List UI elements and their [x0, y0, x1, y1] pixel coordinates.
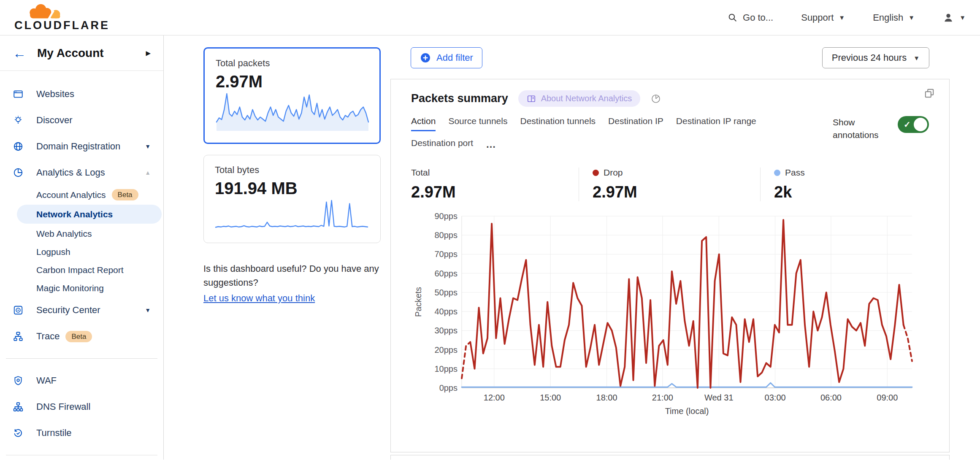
sidebar-item-waf[interactable]: WAF	[0, 368, 163, 394]
sidebar-item-trace[interactable]: Trace Beta	[0, 323, 163, 349]
sidebar-item-web-analytics[interactable]: Web Analytics	[0, 225, 163, 243]
annotations-toggle[interactable]: ✓	[898, 116, 929, 133]
cloudflare-logo[interactable]: CLOUDFLARE	[14, 3, 92, 32]
summary-column: Total packets 2.97M Total bytes 191.94 M…	[164, 35, 390, 460]
sidebar-divider	[6, 358, 157, 359]
beta-badge: Beta	[65, 331, 92, 342]
about-badge-label: About Network Analytics	[541, 94, 632, 103]
show-annotations-control: Show annotations ✓	[833, 116, 929, 153]
sidebar-item-label: Logpush	[36, 247, 70, 257]
sidebar-item-dns-firewall[interactable]: DNS Firewall	[0, 394, 163, 420]
line-chart[interactable]: 0pps10pps20pps30pps40pps50pps60pps70pps8…	[411, 211, 930, 422]
cloudflare-wordmark: CLOUDFLARE	[14, 19, 110, 32]
sidebar-item-label: Carbon Impact Report	[36, 265, 124, 275]
globe-icon	[13, 141, 24, 152]
tab-source-tunnels[interactable]: Source tunnels	[448, 116, 507, 131]
check-icon: ✓	[904, 119, 911, 130]
sidebar-item-label: Web Analytics	[36, 229, 92, 239]
svg-text:50pps: 50pps	[435, 288, 458, 297]
plus-circle-icon	[420, 52, 431, 63]
stat-total: Total 2.97M	[411, 168, 579, 201]
tab-more-ellipsis[interactable]: …	[486, 138, 496, 153]
sidebar-item-label: Discover	[36, 115, 151, 126]
sidebar-item-label: Turnstile	[36, 428, 151, 438]
sidebar-item-label: Trace	[36, 331, 60, 342]
sidebar-item-label: Account Analytics	[36, 190, 106, 200]
pie-chart-toggle-icon[interactable]	[650, 93, 661, 104]
show-annotations-label: Show annotations	[833, 116, 886, 142]
tab-destination-ip[interactable]: Destination IP	[608, 116, 663, 131]
chevron-down-icon: ▼	[959, 14, 966, 21]
stat-drop: Drop 2.97M	[579, 168, 760, 201]
svg-text:Wed 31: Wed 31	[704, 393, 734, 402]
goto-search[interactable]: Go to...	[727, 12, 773, 23]
svg-text:20pps: 20pps	[435, 345, 458, 354]
lightbulb-icon	[13, 115, 24, 126]
sidebar-item-carbon-impact-report[interactable]: Carbon Impact Report	[0, 261, 163, 279]
add-filter-button[interactable]: Add filter	[411, 47, 482, 68]
feedback-link[interactable]: Let us know what you think	[203, 291, 315, 305]
stat-value: 2.97M	[593, 183, 747, 201]
sidebar-item-network-analytics[interactable]: Network Analytics	[17, 205, 162, 224]
svg-text:40pps: 40pps	[435, 307, 458, 316]
back-arrow-icon[interactable]: ←	[13, 46, 26, 60]
stat-value: 2k	[774, 183, 805, 201]
app-header: CLOUDFLARE Go to... Support ▼ English ▼ …	[0, 0, 980, 35]
sidebar-item-label: Domain Registration	[36, 141, 145, 152]
sidebar-item-logpush[interactable]: Logpush	[0, 243, 163, 261]
tabs-row: Action Source tunnels Destination tunnel…	[411, 116, 929, 153]
sidebar-item-label: DNS Firewall	[36, 401, 151, 412]
tab-action[interactable]: Action	[411, 116, 436, 131]
sidebar-item-magic-monitoring[interactable]: Magic Monitoring	[0, 279, 163, 297]
sidebar-item-domain-registration[interactable]: Domain Registration ▼	[0, 133, 163, 160]
total-packets-card[interactable]: Total packets 2.97M	[203, 47, 381, 144]
network-tree-icon	[13, 401, 24, 412]
toggle-knob	[914, 118, 927, 131]
svg-text:Time (local): Time (local)	[665, 406, 709, 416]
svg-text:15:00: 15:00	[540, 393, 561, 402]
sidebar-item-websites[interactable]: Websites	[0, 81, 163, 107]
packets-summary-panel: Packets summary About Network Analytics	[390, 79, 950, 452]
svg-text:12:00: 12:00	[484, 393, 505, 402]
about-network-analytics-badge[interactable]: About Network Analytics	[518, 90, 641, 107]
stat-label: Pass	[785, 168, 805, 178]
sidebar-item-security-center[interactable]: Security Center ▼	[0, 297, 163, 323]
sidebar-item-discover[interactable]: Discover	[0, 107, 163, 133]
svg-text:10pps: 10pps	[435, 364, 458, 373]
support-menu[interactable]: Support ▼	[801, 12, 845, 23]
language-label: English	[873, 12, 903, 23]
time-range-select[interactable]: Previous 24 hours ▼	[822, 47, 929, 68]
browser-icon	[13, 89, 24, 100]
stat-pass: Pass 2k	[760, 168, 818, 201]
sidebar-item-account-analytics[interactable]: Account Analytics Beta	[0, 186, 163, 204]
sidebar-item-turnstile[interactable]: Turnstile	[0, 420, 163, 446]
svg-text:09:00: 09:00	[877, 393, 898, 402]
account-menu[interactable]: ▼	[942, 12, 966, 24]
user-icon	[942, 12, 954, 24]
card-title: Total packets	[216, 58, 368, 69]
svg-text:60pps: 60pps	[435, 269, 458, 278]
add-filter-label: Add filter	[436, 52, 473, 63]
language-menu[interactable]: English ▼	[873, 12, 915, 23]
total-bytes-card[interactable]: Total bytes 191.94 MB	[203, 155, 381, 243]
tab-destination-port[interactable]: Destination port	[411, 138, 473, 153]
tab-destination-ip-range[interactable]: Destination IP range	[676, 116, 756, 131]
main-content: Add filter Previous 24 hours ▼ Packets s…	[390, 35, 950, 460]
stat-value: 2.97M	[411, 183, 566, 201]
sidebar-account-header: ← My Account ▶	[0, 35, 163, 71]
next-panel-partial	[390, 455, 950, 460]
expand-panel-icon[interactable]	[924, 88, 935, 100]
dimension-tabs: Action Source tunnels Destination tunnel…	[411, 116, 782, 153]
packets-chart: 0pps10pps20pps30pps40pps50pps60pps70pps8…	[411, 211, 929, 423]
card-value: 2.97M	[216, 72, 368, 91]
sidebar-item-label: Analytics & Logs	[36, 167, 145, 178]
shield-gear-icon	[13, 375, 24, 386]
chevron-right-icon[interactable]: ▶	[146, 49, 151, 57]
tab-destination-tunnels[interactable]: Destination tunnels	[520, 116, 596, 131]
beta-badge: Beta	[112, 189, 138, 200]
pie-chart-icon	[13, 167, 24, 178]
sidebar-item-analytics-logs[interactable]: Analytics & Logs ▲	[0, 160, 163, 186]
toolbar: Add filter Previous 24 hours ▼	[411, 47, 929, 68]
panel-title: Packets summary	[411, 92, 508, 105]
chevron-down-icon: ▼	[145, 307, 151, 314]
